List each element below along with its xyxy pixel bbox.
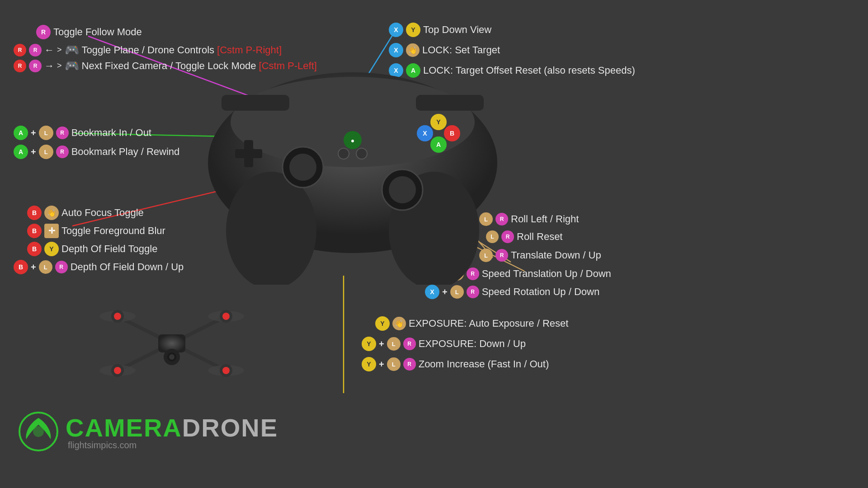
badge-l-tan-3: L	[39, 260, 52, 274]
bookmark-play-rewind-line: A + L R Bookmark Play / Rewind	[14, 145, 179, 159]
depth-of-field-down-up-text: Depth Of Field Down / Up	[71, 261, 184, 273]
logo-subtitle-text: flightsimpics.com	[68, 440, 278, 450]
top-down-view-line: X Y Top Down View	[389, 23, 491, 37]
svg-rect-27	[222, 95, 289, 111]
badge-cross-icon: ✛	[44, 224, 59, 238]
zoom-increase-line: Y + L R Zoom Increase (Fast In / Out)	[362, 357, 549, 371]
badge-l-exposure-icon: 👋	[392, 317, 406, 330]
badge-l-tan-1: L	[39, 126, 53, 140]
badge-r-pink-6: R	[56, 145, 69, 158]
badge-y-yellow-2: Y	[406, 23, 420, 37]
exposure-down-up-text: EXPOSURE: Down / Up	[419, 338, 526, 350]
svg-text:Y: Y	[436, 118, 441, 126]
logo-text-block: CAMERA DRONE flightsimpics.com	[66, 413, 278, 450]
logo-drone-text: DRONE	[182, 413, 278, 442]
badge-y-exposure-2: Y	[362, 337, 376, 351]
badge-r-zoom: R	[403, 358, 416, 371]
badge-r-pink-2: R	[29, 44, 42, 56]
logo-camera-text: CAMERA	[66, 413, 182, 442]
badge-r-pink-5: R	[56, 127, 69, 139]
svg-point-29	[338, 148, 349, 159]
badge-b-red-2: B	[27, 224, 42, 238]
svg-point-52	[169, 354, 175, 360]
xbox-logo-icon	[18, 411, 59, 452]
depth-of-field-toggle-line: B Y Depth Of Field Toggle	[27, 242, 157, 256]
svg-point-47	[114, 367, 121, 374]
badge-b-red-3: B	[27, 242, 42, 256]
auto-focus-toggle-line: B 👋 Auto Focus Toggle	[27, 206, 144, 220]
svg-point-14	[289, 154, 316, 181]
badge-r-red-1: R	[14, 44, 26, 56]
top-down-view-text: Top Down View	[423, 24, 491, 36]
badge-x-blue-1: X	[389, 23, 403, 37]
badge-l-tan-2: L	[39, 145, 53, 159]
svg-point-45	[114, 313, 121, 320]
badge-x-speed-rot: X	[425, 285, 439, 299]
depth-of-field-toggle-text: Depth Of Field Toggle	[61, 243, 157, 255]
badge-r-pink: R	[36, 25, 51, 39]
svg-text:B: B	[450, 130, 454, 137]
badge-b-red-1: B	[27, 206, 42, 220]
bookmark-play-rewind-text: Bookmark Play / Rewind	[71, 146, 180, 158]
controller-image: A B X Y ●	[172, 36, 533, 285]
bookmark-in-out-line: A + L R Bookmark In / Out	[14, 126, 151, 140]
zoom-increase-text: Zoom Increase (Fast In / Out)	[419, 358, 549, 370]
svg-rect-18	[235, 149, 262, 158]
svg-text:A: A	[436, 141, 441, 148]
speed-rotation-text: Speed Rotation Up / Down	[482, 286, 600, 298]
speed-rotation-line: X + L R Speed Rotation Up / Down	[425, 285, 599, 299]
toggle-follow-mode-line: R Toggle Follow Mode	[36, 25, 142, 39]
svg-text:●: ●	[351, 137, 354, 144]
badge-l-exposure-2: L	[387, 337, 401, 351]
badge-y-exposure: Y	[375, 316, 390, 331]
svg-point-30	[356, 148, 367, 159]
drone-image	[90, 289, 253, 398]
auto-focus-toggle-text: Auto Focus Toggle	[61, 207, 144, 219]
toggle-follow-mode-text: Toggle Follow Mode	[53, 26, 142, 38]
svg-point-54	[33, 426, 44, 437]
badge-r-pink-4: R	[29, 60, 42, 72]
svg-point-16	[389, 176, 416, 203]
badge-r-speed-rot: R	[467, 286, 479, 298]
depth-of-field-down-up-line: B + L R Depth Of Field Down / Up	[14, 260, 184, 274]
toggle-foreground-blur-text: Toggle Foreground Blur	[61, 225, 165, 237]
svg-text:X: X	[423, 130, 427, 137]
badge-y-yellow-1: Y	[44, 242, 59, 256]
svg-point-46	[222, 313, 230, 320]
badge-r-pink-7: R	[55, 261, 68, 273]
badge-r-red-3: R	[14, 60, 26, 72]
svg-point-10	[226, 172, 316, 285]
exposure-down-up-line: Y + L R EXPOSURE: Down / Up	[362, 337, 526, 351]
svg-point-48	[222, 367, 230, 374]
badge-l-zoom: L	[387, 357, 401, 371]
badge-a-green-2: A	[14, 145, 28, 159]
badge-y-zoom: Y	[362, 357, 376, 371]
badge-b-red-4: B	[14, 260, 28, 274]
badge-l-speed-rot: L	[450, 285, 464, 299]
toggle-foreground-blur-line: B ✛ Toggle Foreground Blur	[27, 224, 165, 238]
exposure-auto-text: EXPOSURE: Auto Exposure / Reset	[409, 318, 568, 329]
svg-rect-28	[416, 95, 484, 111]
badge-l-icon-1: 👋	[44, 206, 59, 220]
bookmark-in-out-text: Bookmark In / Out	[71, 127, 151, 139]
exposure-auto-line: Y 👋 EXPOSURE: Auto Exposure / Reset	[375, 316, 568, 331]
badge-r-exposure-2: R	[403, 338, 416, 350]
logo-area: CAMERA DRONE flightsimpics.com	[18, 411, 278, 452]
badge-a-green-1: A	[14, 126, 28, 140]
